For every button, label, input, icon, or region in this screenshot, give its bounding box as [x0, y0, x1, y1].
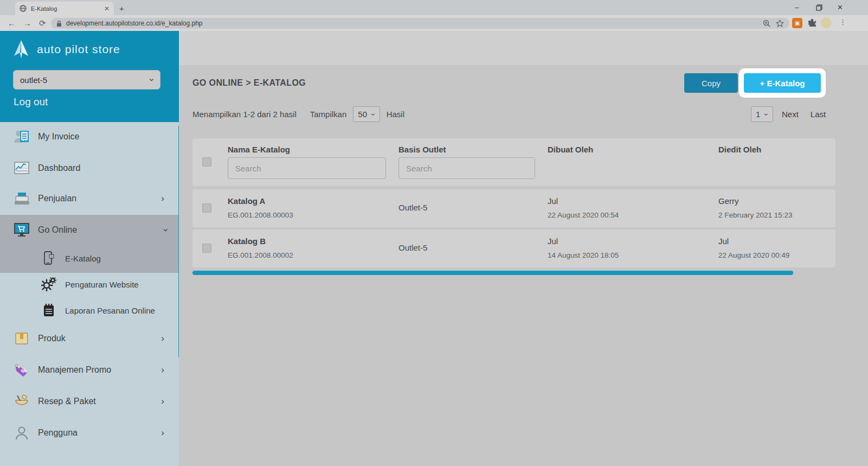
dashboard-chart-icon [13, 161, 30, 175]
sidebar-item-label: Dashboard [38, 163, 80, 173]
sidebar-item-penjualan[interactable]: Penjualan › [0, 185, 178, 212]
horizontal-scrollbar[interactable] [192, 271, 793, 275]
window-close-button[interactable]: ✕ [837, 3, 843, 11]
sidebar-item-go-online[interactable]: Go Online › [0, 216, 178, 244]
forward-icon[interactable]: → [23, 18, 31, 28]
sidebar-item-label: Produk [38, 334, 66, 343]
sidebar-item-pengaturan-website[interactable]: Pengaturan Website [0, 272, 178, 297]
reload-icon[interactable]: ⟳ [39, 18, 46, 28]
shopping-extension-icon[interactable]: ▣ [792, 18, 802, 28]
column-header-basis-outlet: Basis Outlet [398, 145, 446, 154]
main-content: GO ONLINE > E-KATALOG Copy + E-Katalog M… [179, 31, 868, 466]
promo-tag-icon: % [13, 363, 30, 377]
add-e-katalog-button[interactable]: + E-Katalog [744, 73, 821, 93]
chevron-right-icon: › [161, 427, 164, 438]
sidebar-item-label: E-Katalog [65, 254, 101, 263]
basis-outlet-value: Outlet-5 [398, 203, 427, 212]
sidebar-item-laporan-pesanan-online[interactable]: Laporan Pesanan Online [0, 298, 178, 323]
page-size-select[interactable]: 50 › [353, 106, 380, 122]
sidebar: auto pilot store outlet-5 › Log out [0, 31, 179, 466]
profile-avatar[interactable] [821, 17, 832, 28]
table-header-row: Nama E-Katalog Basis Outlet Dibuat Oleh … [192, 138, 835, 186]
sidebar-item-produk[interactable]: Produk › [0, 325, 178, 352]
outlet-select[interactable]: outlet-5 › [13, 70, 160, 90]
column-header-diedit-oleh: Diedit Oleh [718, 145, 761, 154]
globe-favicon-icon [20, 5, 27, 12]
new-tab-button[interactable]: + [119, 4, 124, 13]
created-by: Jul [548, 196, 558, 206]
window-restore-button[interactable] [816, 4, 822, 11]
sidebar-item-manajemen-promo[interactable]: % Manajemen Promo › [0, 356, 178, 384]
paper-plane-logo-icon [12, 40, 30, 59]
row-checkbox[interactable] [202, 244, 211, 253]
chevron-down-icon: › [369, 113, 378, 116]
tab-title: E-Katalog [31, 5, 100, 12]
copy-button[interactable]: Copy [684, 73, 738, 93]
chevron-down-icon: › [160, 228, 171, 232]
svg-text:%: % [20, 367, 27, 375]
page-size-value: 50 [358, 110, 367, 119]
sidebar-item-label: Manajemen Promo [38, 365, 111, 375]
outlet-select-value: outlet-5 [20, 75, 47, 85]
bookmark-star-icon[interactable] [776, 20, 784, 28]
sidebar-item-label: Go Online [38, 225, 77, 235]
sidebar-item-e-katalog[interactable]: E-Katalog [0, 246, 178, 271]
back-icon[interactable]: ← [8, 18, 16, 28]
sidebar-item-resep-paket[interactable]: Resep & Paket › [0, 388, 178, 415]
logout-link[interactable]: Log out [14, 96, 48, 108]
created-by: Jul [548, 237, 558, 246]
katalog-code: EG.001.2008.00003 [228, 211, 293, 219]
brand-logo: auto pilot store [12, 40, 120, 59]
select-all-checkbox[interactable] [202, 157, 211, 167]
chevron-right-icon: › [161, 396, 164, 407]
row-checkbox[interactable] [202, 203, 211, 213]
search-nama-input[interactable] [228, 157, 386, 179]
zoom-icon[interactable] [763, 20, 770, 27]
browser-tab[interactable]: E-Katalog ✕ [15, 2, 114, 15]
chevron-down-icon: › [763, 113, 771, 116]
sidebar-item-label: My Invoice [38, 132, 79, 142]
results-meta: Menampilkan 1-2 dari 2 hasil Tampilkan 5… [192, 106, 404, 122]
brand-name: auto pilot store [37, 43, 120, 56]
search-basis-outlet-input[interactable] [398, 157, 535, 179]
sidebar-item-my-invoice[interactable]: My Invoice [0, 123, 178, 150]
cash-register-icon [13, 191, 30, 206]
sidebar-item-label: Pengguna [38, 428, 78, 438]
tab-close-icon[interactable]: ✕ [104, 5, 110, 12]
breadcrumb: GO ONLINE > E-KATALOG [192, 78, 306, 88]
content-top-band [179, 31, 868, 65]
edited-at: 2 February 2021 15:23 [718, 211, 793, 219]
sidebar-item-label: Penjualan [38, 194, 76, 203]
results-count-text: Menampilkan 1-2 dari 2 hasil [192, 110, 297, 119]
hasil-label: Hasil [387, 110, 404, 119]
url-bar[interactable]: development.autopilotstore.co.id/e_katal… [51, 18, 789, 29]
online-store-monitor-icon [13, 222, 30, 238]
created-at: 14 August 2020 18:05 [548, 251, 619, 259]
browser-menu-icon[interactable]: ⋮ [839, 18, 846, 26]
mortar-bowl-icon [13, 394, 30, 408]
lock-icon [56, 20, 62, 27]
sidebar-item-dashboard[interactable]: Dashboard [0, 155, 178, 182]
last-page-link[interactable]: Last [811, 110, 826, 119]
gears-icon [40, 277, 57, 291]
sidebar-item-label: Resep & Paket [38, 397, 96, 406]
katalog-name: Katalog A [228, 196, 265, 206]
chevron-right-icon: › [161, 333, 164, 344]
sidebar-item-label: Pengaturan Website [65, 280, 139, 289]
page-value: 1 [756, 110, 760, 119]
table-row[interactable]: Katalog B EG.001.2008.00002 Outlet-5 Jul… [192, 229, 835, 267]
extensions-puzzle-icon[interactable] [807, 18, 817, 28]
chevron-right-icon: › [161, 365, 164, 375]
table-row[interactable]: Katalog A EG.001.2008.00003 Outlet-5 Jul… [192, 189, 835, 227]
page-select[interactable]: 1 › [751, 106, 773, 122]
user-icon [13, 426, 30, 440]
window-minimize-button[interactable]: – [795, 3, 799, 11]
edited-at: 22 August 2020 00:49 [718, 251, 789, 259]
sidebar-item-pengguna[interactable]: Pengguna › [0, 419, 178, 446]
katalog-name: Katalog B [228, 237, 266, 246]
mobile-catalog-icon [40, 251, 57, 265]
browser-tabstrip: E-Katalog ✕ + – ✕ [0, 0, 868, 15]
next-page-link[interactable]: Next [782, 110, 799, 119]
edited-by: Gerry [718, 196, 739, 206]
chevron-down-icon: › [146, 78, 157, 81]
